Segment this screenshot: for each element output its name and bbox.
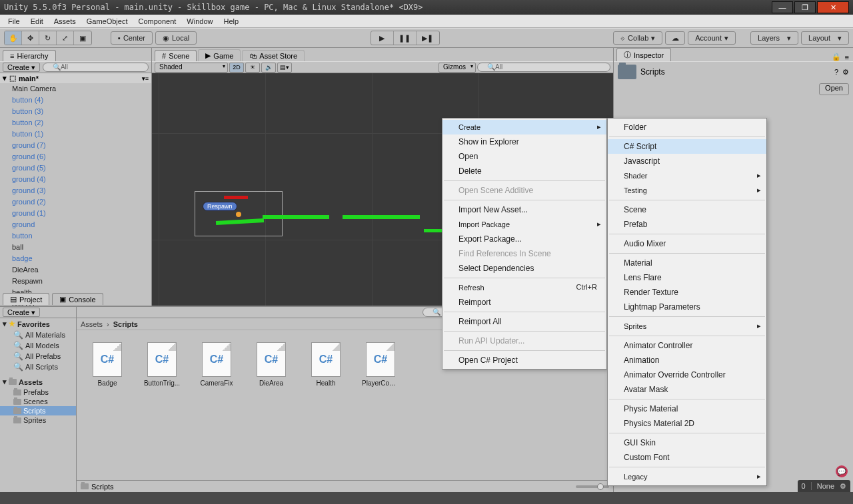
notification-bubble-icon[interactable]: 💬 (836, 465, 848, 477)
game-tab[interactable]: ▶Game (198, 49, 241, 61)
menu-component[interactable]: Component (133, 16, 181, 27)
menu-gameobject[interactable]: GameObject (81, 16, 133, 27)
hierarchy-item[interactable]: button (1) (0, 128, 151, 140)
asset-folder-selected[interactable]: Scripts (0, 406, 76, 415)
ctx-lightmap-params[interactable]: Lightmap Parameters (608, 300, 766, 314)
gear-icon[interactable]: ⚙ (842, 68, 849, 77)
layout-dropdown[interactable]: Layout▾ (801, 31, 849, 45)
ctx-show-explorer[interactable]: Show in Explorer (442, 134, 606, 149)
minimize-button[interactable]: — (772, 1, 793, 13)
script-file[interactable]: C#DieArea (253, 342, 290, 468)
fav-item[interactable]: 🔍All Materials (0, 330, 76, 340)
ctx-custom-font[interactable]: Custom Font (608, 450, 766, 465)
ctx-testing[interactable]: Testing▸ (608, 183, 766, 198)
scene-menu-icon[interactable]: ▾≡ (142, 75, 149, 82)
ctx-create[interactable]: Create▸ (442, 120, 606, 134)
script-file[interactable]: C#PlayerCont... (362, 342, 399, 468)
close-button[interactable]: ✕ (817, 1, 849, 13)
ctx-audio-mixer[interactable]: Audio Mixer (608, 236, 766, 251)
asset-folder[interactable]: Scenes (0, 397, 76, 406)
account-dropdown[interactable]: Account▾ (688, 31, 736, 45)
fav-item[interactable]: 🔍All Models (0, 340, 76, 351)
menu-assets[interactable]: Assets (49, 16, 81, 27)
hierarchy-item[interactable]: ground (2) (0, 196, 151, 208)
rect-tool[interactable]: ▣ (74, 31, 91, 45)
hierarchy-item[interactable]: ground (7) (0, 140, 151, 151)
ctx-cs-script[interactable]: C# Script (608, 139, 766, 154)
ctx-animator-override[interactable]: Animator Override Controller (608, 368, 766, 382)
hierarchy-item[interactable]: ground (6) (0, 151, 151, 162)
hierarchy-item[interactable]: button (4) (0, 95, 151, 106)
hierarchy-search[interactable]: 🔍All (43, 63, 149, 72)
script-file[interactable]: C#Health (307, 342, 345, 468)
cloud-button[interactable]: ☁ (665, 31, 685, 45)
hierarchy-item[interactable]: ground (3) (0, 185, 151, 196)
asset-folder[interactable]: Prefabs (0, 387, 76, 397)
hierarchy-tab[interactable]: ≡Hierarchy (3, 50, 56, 61)
fav-item[interactable]: 🔍All Scripts (0, 362, 76, 372)
script-file[interactable]: C#Badge (89, 342, 126, 468)
console-tab[interactable]: ▣Console (52, 293, 103, 305)
shading-mode-dropdown[interactable]: Shaded (155, 63, 228, 73)
ctx-animator-controller[interactable]: Animator Controller (608, 338, 766, 353)
menu-window[interactable]: Window (181, 16, 218, 27)
breadcrumb-root[interactable]: Assets (81, 320, 103, 328)
ctx-shader[interactable]: Shader▸ (608, 168, 766, 183)
hierarchy-item[interactable]: ground (5) (0, 162, 151, 174)
menu-icon[interactable]: ≡ (845, 53, 849, 61)
hierarchy-item[interactable]: button (2) (0, 117, 151, 128)
lock-icon[interactable]: 🔒 (832, 53, 841, 61)
gizmos-dropdown[interactable]: Gizmos (438, 63, 476, 73)
assets-header[interactable]: ▾Assets (0, 376, 76, 387)
help-icon[interactable]: ? (834, 68, 838, 76)
hierarchy-item[interactable]: DieArea (0, 264, 151, 276)
fx-toggle[interactable]: ▤▾ (277, 63, 292, 73)
ctx-javascript[interactable]: Javascript (608, 154, 766, 168)
pause-button[interactable]: ❚❚ (394, 31, 417, 45)
ctx-delete[interactable]: Delete (442, 164, 606, 178)
ctx-render-texture[interactable]: Render Texture (608, 285, 766, 300)
hierarchy-item[interactable]: button (0, 230, 151, 242)
project-tab[interactable]: ▤Project (3, 293, 49, 305)
collab-button[interactable]: ⟐Collab▾ (613, 31, 662, 45)
ctx-import-asset[interactable]: Import New Asset... (442, 202, 606, 217)
lighting-toggle[interactable]: ☀ (245, 63, 260, 73)
ctx-reimport[interactable]: Reimport (442, 295, 606, 310)
menu-help[interactable]: Help (218, 16, 244, 27)
scene-search[interactable]: 🔍All (477, 63, 610, 72)
ctx-import-package[interactable]: Import Package▸ (442, 217, 606, 232)
project-create-button[interactable]: Create ▾ (3, 308, 40, 317)
open-button[interactable]: Open (819, 83, 849, 95)
respawn-gizmo[interactable]: Respawn (203, 202, 237, 211)
fav-item[interactable]: 🔍All Prefabs (0, 351, 76, 362)
ctx-sprites[interactable]: Sprites▸ (608, 319, 766, 334)
scene-row[interactable]: ▾ ⬚ main* ▾≡ (0, 73, 151, 83)
hierarchy-item[interactable]: ground (4) (0, 174, 151, 185)
center-pivot-button[interactable]: ▪Center (111, 31, 153, 45)
ctx-select-deps[interactable]: Select Dependencies (442, 261, 606, 276)
hierarchy-create-button[interactable]: Create ▾ (3, 63, 40, 72)
ctx-prefab[interactable]: Prefab (608, 217, 766, 232)
scale-tool[interactable]: ⤢ (57, 31, 74, 45)
favorites-header[interactable]: ▾★Favorites (0, 318, 76, 330)
hierarchy-item[interactable]: badge (0, 253, 151, 264)
audio-toggle[interactable]: 🔊 (261, 63, 276, 73)
rotate-tool[interactable]: ↻ (39, 31, 57, 45)
ctx-lens-flare[interactable]: Lens Flare (608, 270, 766, 285)
pivot-gizmo[interactable] (236, 212, 241, 217)
ctx-animation[interactable]: Animation (608, 353, 766, 368)
ctx-legacy[interactable]: Legacy▸ (608, 469, 766, 484)
hierarchy-item[interactable]: Respawn (0, 276, 151, 287)
scene-tab[interactable]: #Scene (155, 50, 197, 61)
script-file[interactable]: C#ButtonTrig... (143, 342, 181, 468)
local-space-button[interactable]: ◉Local (155, 31, 197, 45)
2d-toggle[interactable]: 2D (229, 63, 244, 73)
ctx-export-package[interactable]: Export Package... (442, 232, 606, 246)
ctx-scene[interactable]: Scene (608, 202, 766, 217)
hierarchy-item[interactable]: ground (1) (0, 208, 151, 219)
asset-store-tab[interactable]: 🛍Asset Store (242, 50, 305, 61)
ctx-open-cs-project[interactable]: Open C# Project (442, 353, 606, 368)
inspector-tab[interactable]: ⓘInspector (616, 48, 671, 61)
menu-file[interactable]: File (3, 16, 25, 27)
ctx-physics-material-2d[interactable]: Physics Material 2D (608, 416, 766, 431)
